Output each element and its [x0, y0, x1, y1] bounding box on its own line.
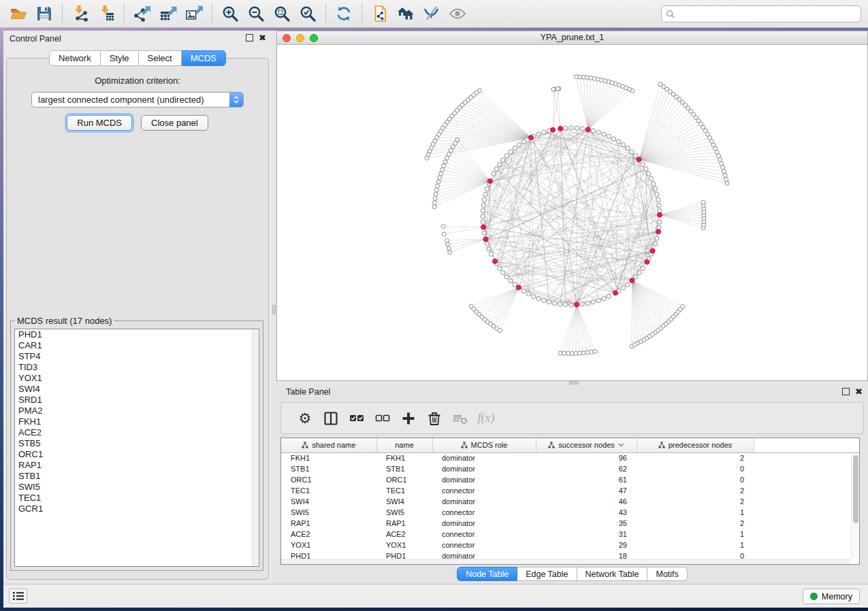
- mcds-result-item[interactable]: YOX1: [15, 373, 259, 384]
- table-cell[interactable]: 2: [637, 485, 754, 496]
- hide-graphics-details-button[interactable]: [419, 2, 445, 25]
- table-cell[interactable]: STB1: [281, 463, 376, 474]
- table-cell[interactable]: RAP1: [376, 518, 432, 529]
- table-row[interactable]: RAP1RAP1dominator352: [281, 518, 859, 529]
- show-column-panel-button[interactable]: [318, 406, 344, 431]
- optimization-criterion-select[interactable]: largest connected component (undirected): [31, 92, 244, 108]
- table-cell[interactable]: dominator: [432, 496, 536, 507]
- import-network-button[interactable]: [67, 2, 93, 25]
- table-cell[interactable]: dominator: [432, 474, 536, 485]
- table-cell[interactable]: YOX1: [281, 540, 376, 550]
- mcds-result-item[interactable]: RAP1: [15, 460, 259, 471]
- column-header-shared-name[interactable]: shared name: [281, 438, 376, 452]
- mcds-result-item[interactable]: SRD1: [15, 395, 259, 406]
- table-hscrollbar[interactable]: [281, 559, 851, 564]
- table-cell[interactable]: 43: [536, 507, 637, 518]
- zoom-out-button[interactable]: [243, 2, 269, 25]
- table-cell[interactable]: 1: [637, 529, 754, 540]
- mcds-result-item[interactable]: PMA2: [15, 406, 259, 416]
- table-cell[interactable]: TEC1: [376, 485, 432, 496]
- network-from-document-button[interactable]: [367, 2, 393, 25]
- window-zoom-button[interactable]: [310, 34, 318, 42]
- table-cell[interactable]: YOX1: [376, 540, 432, 550]
- column-header-name[interactable]: name: [376, 438, 432, 452]
- table-cell[interactable]: dominator: [432, 518, 536, 529]
- float-panel-icon[interactable]: [246, 34, 253, 42]
- mcds-result-item[interactable]: CAR1: [15, 340, 259, 351]
- scrollbar-thumb[interactable]: [853, 455, 858, 523]
- search-input[interactable]: [678, 10, 856, 19]
- table-cell[interactable]: connector: [432, 485, 536, 496]
- mcds-result-item[interactable]: STP4: [15, 351, 259, 362]
- search-box[interactable]: [661, 5, 861, 22]
- open-file-button[interactable]: [5, 2, 31, 25]
- table-cell[interactable]: connector: [432, 540, 536, 550]
- table-cell[interactable]: ORC1: [376, 474, 432, 485]
- table-row[interactable]: SWI5SWI5connector431: [281, 507, 859, 518]
- table-cell[interactable]: dominator: [432, 452, 536, 463]
- table-row[interactable]: SWI4SWI4dominator462: [281, 496, 859, 507]
- table-cell[interactable]: SWI5: [281, 507, 376, 518]
- table-cell[interactable]: 29: [536, 540, 637, 550]
- import-table-button[interactable]: [93, 2, 119, 25]
- mcds-result-item[interactable]: STB5: [15, 438, 259, 449]
- column-header-mcds-role[interactable]: MCDS role: [432, 438, 536, 452]
- tab-motifs[interactable]: Motifs: [647, 567, 687, 581]
- export-network-button[interactable]: [129, 2, 155, 25]
- zoom-fit-button[interactable]: [269, 2, 295, 25]
- apply-layout-button[interactable]: [331, 2, 357, 25]
- table-cell[interactable]: 96: [536, 452, 637, 463]
- export-image-button[interactable]: [181, 2, 207, 25]
- tab-mcds[interactable]: MCDS: [182, 50, 226, 66]
- table-mode-button[interactable]: ⚙: [292, 406, 318, 431]
- float-panel-icon[interactable]: [842, 388, 850, 395]
- tab-network[interactable]: Network: [49, 50, 101, 66]
- table-row[interactable]: ACE2ACE2connector311: [281, 529, 859, 540]
- table-cell[interactable]: FKH1: [376, 452, 432, 463]
- table-cell[interactable]: STB1: [376, 463, 432, 474]
- table-cell[interactable]: FKH1: [281, 452, 376, 463]
- close-panel-icon[interactable]: ✖: [259, 34, 266, 42]
- splitter-grip[interactable]: [272, 305, 276, 314]
- table-cell[interactable]: ACE2: [281, 529, 376, 540]
- column-header-successor-nodes[interactable]: successor nodes: [536, 438, 637, 452]
- mcds-result-item[interactable]: ACE2: [15, 427, 259, 438]
- table-row[interactable]: FKH1FKH1dominator962: [281, 452, 859, 463]
- panel-splitter-vertical[interactable]: [272, 31, 276, 584]
- table-cell[interactable]: 1: [637, 507, 754, 518]
- mcds-result-list[interactable]: PHD1CAR1STP4TID3YOX1SWI4SRD1PMA2FKH1ACE2…: [14, 329, 259, 567]
- select-all-button[interactable]: [344, 406, 370, 431]
- table-cell[interactable]: 47: [536, 485, 637, 496]
- table-cell[interactable]: 31: [536, 529, 637, 540]
- column-header-predecessor-nodes[interactable]: predecessor nodes: [637, 438, 754, 452]
- table-cell[interactable]: RAP1: [281, 518, 376, 529]
- window-close-button[interactable]: [283, 34, 291, 42]
- task-history-button[interactable]: [9, 589, 27, 604]
- mcds-result-item[interactable]: TID3: [15, 362, 259, 373]
- table-cell[interactable]: 2: [637, 496, 754, 507]
- deselect-all-button[interactable]: [370, 406, 396, 431]
- zoom-selected-button[interactable]: [295, 2, 321, 25]
- mcds-result-item[interactable]: TEC1: [15, 493, 259, 503]
- table-row[interactable]: YOX1YOX1connector291: [281, 540, 859, 550]
- table-scrollbar[interactable]: [851, 453, 858, 559]
- run-mcds-button[interactable]: Run MCDS: [67, 115, 132, 131]
- tab-node-table[interactable]: Node Table: [457, 567, 517, 581]
- mcds-result-item[interactable]: FKH1: [15, 416, 259, 427]
- open-houses-button[interactable]: [393, 2, 419, 25]
- mcds-result-item[interactable]: GCR1: [15, 503, 259, 514]
- table-cell[interactable]: dominator: [432, 463, 536, 474]
- mcds-result-item[interactable]: ORC1: [15, 449, 259, 460]
- table-cell[interactable]: 2: [637, 518, 754, 529]
- zoom-in-button[interactable]: [217, 2, 243, 25]
- table-cell[interactable]: ORC1: [281, 474, 376, 485]
- result-list-scrollbar[interactable]: [252, 330, 258, 565]
- table-cell[interactable]: 62: [536, 463, 637, 474]
- table-cell[interactable]: SWI5: [376, 507, 432, 518]
- save-session-button[interactable]: [31, 2, 57, 25]
- table-row[interactable]: STB1STB1dominator620: [281, 463, 859, 474]
- table-row[interactable]: ORC1ORC1dominator610: [281, 474, 859, 485]
- export-table-button[interactable]: [155, 2, 181, 25]
- table-cell[interactable]: 0: [637, 474, 754, 485]
- table-cell[interactable]: TEC1: [281, 485, 376, 496]
